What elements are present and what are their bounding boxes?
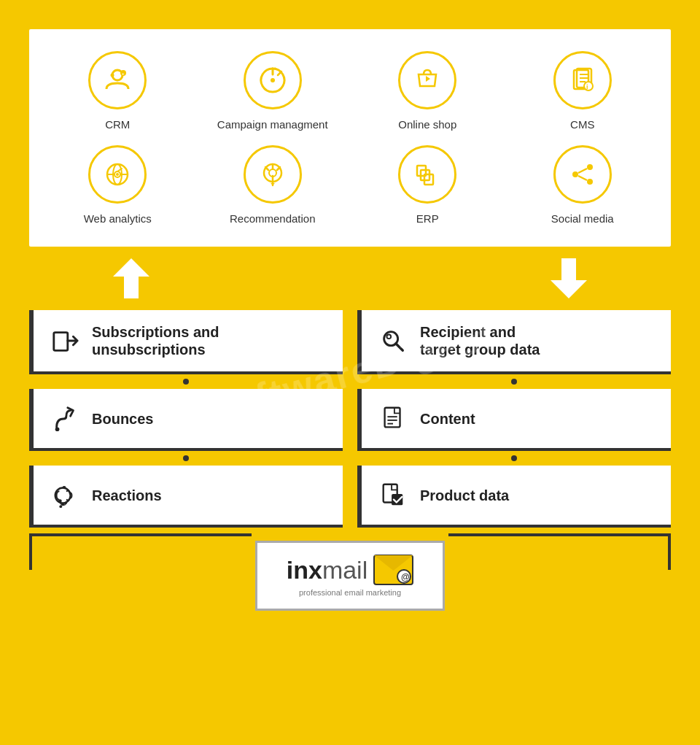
webanalytics-icon bbox=[103, 160, 132, 189]
envelope-icon: @ bbox=[373, 555, 413, 585]
crm-icon: + bbox=[103, 66, 132, 95]
webanalytics-circle bbox=[88, 145, 147, 204]
icon-item-recommendation: Recommendation bbox=[199, 145, 347, 225]
svg-text:+: + bbox=[122, 72, 125, 76]
cms-circle: i bbox=[553, 51, 612, 109]
connector-dot-3 bbox=[511, 379, 517, 385]
connector-3 bbox=[357, 374, 671, 389]
svg-point-16 bbox=[116, 173, 119, 176]
down-arrow-icon bbox=[551, 258, 587, 298]
recipient-box: Recipient andtarget group data bbox=[357, 310, 671, 374]
inxmail-tagline: professional email marketing bbox=[299, 588, 401, 597]
content-box: Content bbox=[357, 389, 671, 451]
icon-item-webanalytics: Web analytics bbox=[44, 145, 192, 225]
document-icon bbox=[379, 405, 407, 433]
erp-label: ERP bbox=[416, 212, 439, 225]
cms-label: CMS bbox=[570, 118, 594, 131]
bottom-line-left-v bbox=[29, 533, 32, 570]
connector-dot-2 bbox=[183, 455, 189, 461]
socialmedia-label: Social media bbox=[551, 212, 614, 225]
bounces-icon-wrapper bbox=[48, 402, 81, 435]
content-icon-wrapper bbox=[376, 402, 409, 435]
bounces-label: Bounces bbox=[92, 410, 153, 428]
recommendation-icon bbox=[258, 160, 287, 189]
bottom-line-right-h bbox=[448, 533, 671, 536]
brain-icon bbox=[51, 482, 79, 509]
connector-1 bbox=[29, 374, 343, 389]
svg-point-23 bbox=[587, 164, 593, 170]
inxmail-box: inxmail @ professional email marketing bbox=[255, 541, 445, 611]
right-flow-column: Recipient andtarget group data Content bbox=[357, 310, 671, 528]
webanalytics-label: Web analytics bbox=[84, 212, 152, 225]
svg-marker-28 bbox=[113, 258, 149, 298]
arrow-up bbox=[109, 258, 153, 298]
socialmedia-icon bbox=[568, 160, 597, 189]
cms-icon: i bbox=[568, 66, 597, 95]
crm-circle: + bbox=[88, 51, 147, 109]
socialmedia-circle bbox=[553, 145, 612, 204]
bounce-icon bbox=[51, 405, 79, 433]
content-label: Content bbox=[420, 410, 475, 428]
svg-point-4 bbox=[271, 78, 275, 82]
svg-line-26 bbox=[578, 169, 587, 173]
exit-icon bbox=[51, 327, 79, 355]
icon-item-erp: ERP bbox=[354, 145, 502, 225]
svg-text:i: i bbox=[586, 83, 588, 90]
svg-line-27 bbox=[578, 176, 587, 180]
connector-dot-4 bbox=[511, 455, 517, 461]
svg-marker-29 bbox=[551, 258, 587, 298]
svg-point-32 bbox=[55, 487, 70, 503]
inxmail-text: inxmail bbox=[287, 556, 368, 584]
productdata-box: Product data bbox=[357, 466, 671, 528]
erp-circle bbox=[398, 145, 456, 204]
inxmail-text-normal: mail bbox=[322, 556, 368, 584]
campaign-label: Campaign managment bbox=[217, 118, 328, 131]
erp-icon bbox=[413, 160, 442, 189]
crm-label: CRM bbox=[105, 118, 130, 131]
reactions-icon-wrapper bbox=[48, 479, 81, 512]
svg-point-34 bbox=[64, 501, 67, 504]
flow-columns: Subscriptions andunsubscriptions Bounces bbox=[0, 310, 700, 528]
svg-point-24 bbox=[572, 171, 578, 177]
recommendation-circle bbox=[244, 145, 302, 204]
svg-point-36 bbox=[59, 505, 62, 508]
icon-item-socialmedia: Social media bbox=[509, 145, 657, 225]
connector-2 bbox=[29, 451, 343, 466]
svg-rect-30 bbox=[53, 333, 67, 351]
inxmail-text-bold: inx bbox=[287, 556, 322, 584]
icon-item-crm: + CRM bbox=[44, 51, 192, 131]
subscriptions-label: Subscriptions andunsubscriptions bbox=[92, 323, 219, 358]
connector-dot-1 bbox=[183, 379, 189, 385]
onlineshop-icon bbox=[413, 66, 442, 95]
bottom-line-left-h bbox=[29, 533, 252, 536]
icon-item-onlineshop: Online shop bbox=[354, 51, 502, 131]
left-flow-column: Subscriptions andunsubscriptions Bounces bbox=[29, 310, 343, 528]
icon-item-campaign: Campaign managment bbox=[199, 51, 347, 131]
inxmail-logo: inxmail @ bbox=[287, 555, 413, 585]
icon-item-cms: i CMS bbox=[509, 51, 657, 131]
svg-point-33 bbox=[58, 499, 61, 503]
svg-text:@: @ bbox=[401, 572, 410, 582]
svg-point-10 bbox=[584, 82, 593, 90]
svg-line-38 bbox=[395, 344, 402, 351]
reactions-label: Reactions bbox=[92, 487, 162, 504]
documentcheck-icon bbox=[379, 482, 407, 509]
recipient-label: Recipient andtarget group data bbox=[420, 323, 540, 358]
reactions-box: Reactions bbox=[29, 466, 343, 528]
productdata-label: Product data bbox=[420, 487, 509, 504]
productdata-icon-wrapper bbox=[376, 479, 409, 512]
bottom-line-right-v bbox=[668, 533, 671, 570]
campaign-circle bbox=[244, 51, 302, 109]
search-icon bbox=[379, 327, 407, 355]
top-panel: + CRM Campaign managment Online shop bbox=[29, 29, 671, 247]
onlineshop-label: Online shop bbox=[398, 118, 456, 131]
onlineshop-circle bbox=[398, 51, 456, 109]
subscriptions-icon-wrapper bbox=[48, 325, 81, 358]
recommendation-label: Recommendation bbox=[230, 212, 316, 225]
recipient-icon-wrapper bbox=[376, 325, 409, 358]
svg-point-1 bbox=[111, 74, 114, 77]
svg-point-31 bbox=[55, 427, 59, 431]
connector-4 bbox=[357, 451, 671, 466]
arrow-down bbox=[547, 258, 591, 298]
up-arrow-icon bbox=[113, 258, 149, 298]
